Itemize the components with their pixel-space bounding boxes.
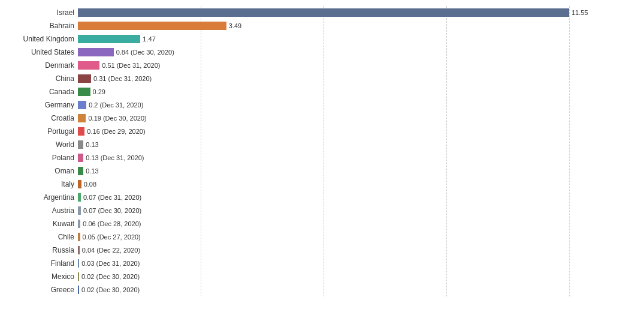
chart-row: Chile0.05 (Dec 27, 2020): [0, 230, 644, 244]
bar: [78, 74, 91, 83]
country-label: China: [0, 74, 78, 83]
bar-area: 0.07 (Dec 31, 2020): [78, 191, 644, 204]
chart-row: Russia0.04 (Dec 22, 2020): [0, 244, 644, 257]
bar: [78, 22, 226, 30]
bar: [78, 48, 114, 56]
bar-area: 0.03 (Dec 31, 2020): [78, 257, 644, 270]
country-label: Argentina: [0, 193, 78, 202]
chart-row: Mexico0.02 (Dec 30, 2020): [0, 270, 644, 283]
bar-area: 0.08: [78, 178, 644, 191]
bar: [78, 286, 79, 294]
bar-area: 0.29: [78, 85, 644, 98]
country-label: Italy: [0, 180, 78, 188]
chart-wrapper: Israel11.55Bahrain3.49United Kingdom1.47…: [0, 6, 644, 296]
bar-value-label: 3.49: [229, 22, 241, 29]
chart-row: Greece0.02 (Dec 30, 2020): [0, 283, 644, 296]
bar: [78, 206, 81, 215]
bar-area: 0.2 (Dec 31, 2020): [78, 98, 644, 112]
bar: [78, 140, 83, 149]
bar-area: 0.05 (Dec 27, 2020): [78, 230, 644, 244]
country-label: Bahrain: [0, 22, 78, 30]
bar-value-label: 0.19 (Dec 30, 2020): [88, 115, 146, 122]
chart-row: Canada0.29: [0, 85, 644, 98]
chart-row: Israel11.55: [0, 6, 644, 19]
country-label: Austria: [0, 206, 78, 215]
bar-area: 0.06 (Dec 28, 2020): [78, 217, 644, 230]
bar: [78, 193, 81, 202]
bar-value-label: 0.08: [84, 181, 96, 188]
bar-area: 0.19 (Dec 30, 2020): [78, 112, 644, 125]
bar: [78, 272, 79, 281]
chart-row: Kuwait0.06 (Dec 28, 2020): [0, 217, 644, 230]
bar-area: 3.49: [78, 19, 644, 32]
bar: [78, 259, 79, 268]
bar-value-label: 0.07 (Dec 31, 2020): [83, 194, 141, 201]
chart-row: China0.31 (Dec 31, 2020): [0, 72, 644, 85]
country-label: Croatia: [0, 114, 78, 122]
bar-area: 0.16 (Dec 29, 2020): [78, 125, 644, 138]
bar-area: 0.02 (Dec 30, 2020): [78, 283, 644, 296]
bar-value-label: 11.55: [572, 9, 588, 16]
bar-area: 0.04 (Dec 22, 2020): [78, 244, 644, 257]
bar: [78, 8, 569, 17]
bar: [78, 88, 90, 96]
bar-area: 0.02 (Dec 30, 2020): [78, 270, 644, 283]
bar-value-label: 0.02 (Dec 30, 2020): [81, 273, 140, 280]
bar-area: 0.13: [78, 138, 644, 151]
chart-row: Austria0.07 (Dec 30, 2020): [0, 204, 644, 217]
bar-area: 0.31 (Dec 31, 2020): [78, 72, 644, 85]
chart-container: Israel11.55Bahrain3.49United Kingdom1.47…: [0, 0, 644, 296]
chart-row: Argentina0.07 (Dec 31, 2020): [0, 191, 644, 204]
bar: [78, 233, 80, 241]
country-label: Poland: [0, 154, 78, 162]
chart-row: Croatia0.19 (Dec 30, 2020): [0, 112, 644, 125]
bar-value-label: 0.05 (Dec 27, 2020): [83, 233, 141, 241]
bar-value-label: 0.13: [86, 167, 98, 175]
country-label: Denmark: [0, 61, 78, 70]
bar-area: 0.13 (Dec 31, 2020): [78, 151, 644, 164]
country-label: Israel: [0, 8, 78, 17]
country-label: Greece: [0, 286, 78, 294]
country-label: United Kingdom: [0, 35, 78, 43]
chart-row: Finland0.03 (Dec 31, 2020): [0, 257, 644, 270]
country-label: Russia: [0, 246, 78, 254]
bar-value-label: 0.03 (Dec 31, 2020): [81, 260, 140, 267]
country-label: World: [0, 140, 78, 149]
country-label: Chile: [0, 233, 78, 241]
bar: [78, 127, 84, 136]
chart-row: Denmark0.51 (Dec 31, 2020): [0, 59, 644, 72]
country-label: Oman: [0, 167, 78, 175]
chart-row: Bahrain3.49: [0, 19, 644, 32]
bar-value-label: 0.13: [86, 141, 98, 148]
chart-row: Poland0.13 (Dec 31, 2020): [0, 151, 644, 164]
bar-value-label: 0.16 (Dec 29, 2020): [87, 128, 145, 135]
bar: [78, 220, 80, 228]
bar-area: 0.07 (Dec 30, 2020): [78, 204, 644, 217]
bar-value-label: 0.07 (Dec 30, 2020): [83, 207, 141, 214]
chart-row: Portugal0.16 (Dec 29, 2020): [0, 125, 644, 138]
bar-value-label: 0.29: [93, 88, 105, 95]
chart-row: Italy0.08: [0, 178, 644, 191]
bar-area: 1.47: [78, 32, 644, 46]
bar: [78, 154, 83, 162]
bar-area: 11.55: [78, 6, 644, 19]
bar-value-label: 0.31 (Dec 31, 2020): [93, 75, 152, 82]
bar: [78, 35, 140, 43]
bar-value-label: 0.06 (Dec 28, 2020): [83, 220, 141, 227]
bar-value-label: 0.84 (Dec 30, 2020): [116, 49, 174, 56]
country-label: Canada: [0, 88, 78, 96]
chart-row: United States0.84 (Dec 30, 2020): [0, 46, 644, 59]
bar-area: 0.13: [78, 164, 644, 178]
bar-area: 0.84 (Dec 30, 2020): [78, 46, 644, 59]
bar: [78, 167, 83, 175]
bar-value-label: 0.51 (Dec 31, 2020): [102, 62, 160, 69]
bar-value-label: 0.04 (Dec 22, 2020): [82, 247, 140, 254]
country-label: Finland: [0, 259, 78, 268]
bar: [78, 180, 81, 188]
bar-value-label: 0.2 (Dec 31, 2020): [89, 101, 143, 109]
chart-row: Germany0.2 (Dec 31, 2020): [0, 98, 644, 112]
bar: [78, 101, 86, 109]
bar: [78, 246, 80, 254]
chart-row: Oman0.13: [0, 164, 644, 178]
bar: [78, 114, 86, 122]
